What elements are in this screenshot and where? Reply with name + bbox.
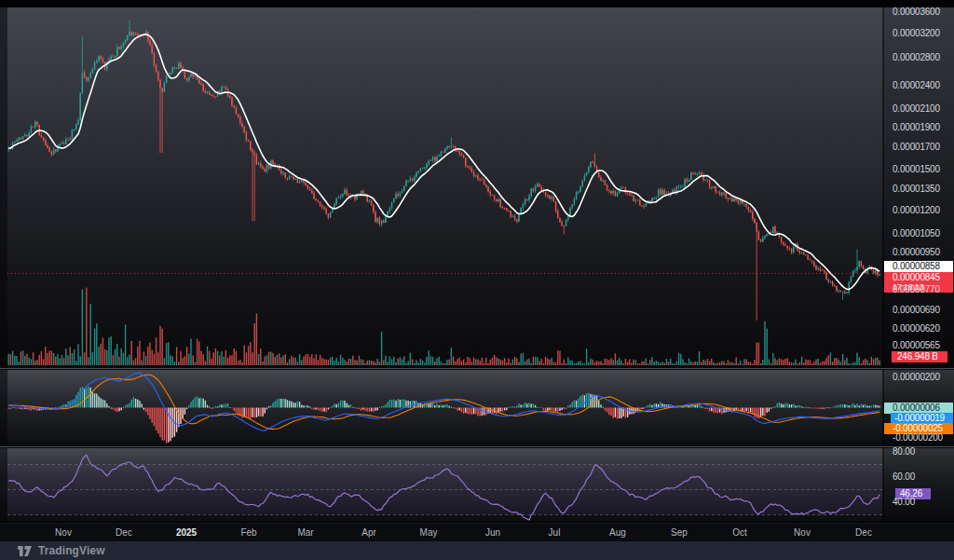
time-tick-label: Dec — [855, 527, 872, 538]
time-tick-label: Mar — [297, 527, 313, 538]
price-tick-label: 60.00 — [893, 471, 915, 482]
time-tick-label: Nov — [794, 527, 811, 538]
rsi-pane — [7, 455, 882, 520]
price-tick-label: 0.00002800 — [893, 52, 940, 62]
time-tick-label: May — [420, 527, 438, 538]
price-tick-label: 0.00002100 — [893, 103, 940, 114]
price-tick-label: 0.00000770 — [893, 284, 940, 294]
price-tick-label: 0.00001700 — [893, 142, 940, 152]
tradingview-logo-icon — [17, 545, 33, 557]
price-tick-label: 0.00000565 — [893, 340, 940, 350]
time-tick-label: Jun — [485, 527, 500, 538]
chart-canvas[interactable] — [0, 0, 954, 560]
time-tick-label: Sep — [671, 527, 688, 538]
last-price-value: 0.00000845 — [893, 272, 953, 282]
price-tick-label: 0.00003600 — [893, 7, 940, 17]
price-tick-label: 0.00001050 — [893, 228, 940, 239]
price-tick-label: 0.00000950 — [893, 247, 940, 257]
price-tick-label: 80.00 — [893, 446, 915, 457]
price-axis[interactable]: 0.00000858 0.00000845 17:18:13 246.948 B… — [883, 0, 954, 523]
ma-price-label: 0.00000858 — [884, 261, 953, 272]
time-tick-label: Jul — [549, 527, 561, 538]
bottom-toolbar: TradingView — [0, 541, 954, 560]
price-tick-label: 0.00000620 — [893, 323, 940, 334]
time-tick-label: 2025 — [176, 527, 197, 538]
time-tick-label: Nov — [55, 527, 72, 538]
price-tick-label: 0.00000690 — [893, 305, 940, 315]
time-axis[interactable]: NovDec2025FebMarAprMayJunJulAugSepOctNov… — [0, 523, 954, 541]
time-tick-label: Oct — [732, 527, 747, 538]
price-tick-label: 0.00003200 — [893, 28, 940, 38]
price-tick-label: 0.00001350 — [893, 184, 940, 194]
price-tick-label: 0.00001200 — [893, 205, 940, 215]
tradingview-brand-text: TradingView — [38, 544, 105, 557]
tradingview-logo[interactable]: TradingView — [17, 544, 105, 557]
chart-screen: 0.00000858 0.00000845 17:18:13 246.948 B… — [0, 0, 954, 560]
price-tick-label: 0.00000200 — [893, 372, 940, 382]
price-tick-label: 40.00 — [893, 497, 915, 507]
price-tick-label: 0.00001900 — [893, 122, 940, 132]
time-tick-label: Feb — [240, 527, 256, 538]
volume-value-label: 246.948 B — [892, 351, 947, 362]
time-tick-label: Aug — [609, 527, 626, 538]
price-tick-label: 0.00002400 — [893, 80, 940, 90]
price-tick-label: 0.00001500 — [893, 164, 940, 174]
time-tick-label: Dec — [116, 527, 132, 538]
time-tick-label: Apr — [361, 527, 376, 538]
price-tick-label: -0.00000200 — [893, 432, 943, 443]
